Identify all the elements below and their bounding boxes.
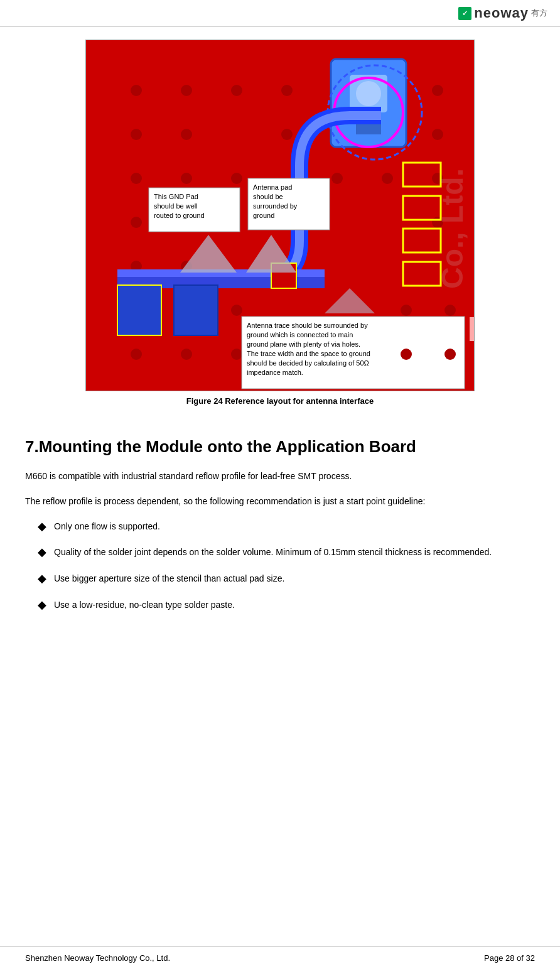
bullet-text-3: Use bigger aperture size of the stencil … xyxy=(54,571,535,587)
svg-point-26 xyxy=(231,305,242,316)
bullet-text-2: Quality of the solder joint depends on t… xyxy=(54,545,535,560)
paragraph-2: The reflow profile is process dependent,… xyxy=(25,494,535,509)
svg-point-18 xyxy=(382,173,393,184)
svg-point-29 xyxy=(231,349,242,360)
logo: ✓ neoway 有方 xyxy=(458,5,547,21)
svg-point-20 xyxy=(131,217,142,228)
svg-point-17 xyxy=(331,173,343,184)
page-footer: Shenzhen Neoway Technology Co., Ltd. Pag… xyxy=(0,946,560,969)
svg-text:routed to ground: routed to ground xyxy=(154,212,205,219)
svg-text:ground  which  is  connected  : ground which is connected to main xyxy=(247,331,353,338)
footer-page: Page 28 of 32 xyxy=(484,953,535,963)
paragraph-1: M660 is compatible with industrial stand… xyxy=(25,469,535,484)
svg-point-72 xyxy=(444,349,456,360)
svg-point-28 xyxy=(181,349,192,360)
logo-check: ✓ xyxy=(458,7,471,20)
main-content: Co., Ltd. This GND Pad should be well ro… xyxy=(0,27,560,637)
svg-text:surrounded by: surrounded by xyxy=(253,202,298,210)
svg-text:should be decided by calculati: should be decided by calculating of 50Ω xyxy=(247,359,369,367)
svg-text:impedance match.: impedance match. xyxy=(247,369,303,376)
svg-rect-48 xyxy=(469,317,475,342)
svg-point-2 xyxy=(181,85,192,96)
logo-brand: neoway xyxy=(474,5,529,21)
svg-text:Antenna   pad: Antenna pad xyxy=(253,183,292,191)
figure-caption: Figure 24 Reference layout for antenna i… xyxy=(186,396,374,406)
svg-point-27 xyxy=(131,349,142,360)
svg-point-1 xyxy=(131,85,142,96)
svg-point-8 xyxy=(131,129,142,140)
svg-rect-43 xyxy=(117,285,161,335)
bullet-item-3: ◆ Use bigger aperture size of the stenci… xyxy=(38,571,535,587)
svg-rect-45 xyxy=(174,285,218,335)
svg-point-33 xyxy=(356,81,381,106)
page-header: ✓ neoway 有方 xyxy=(0,0,560,27)
svg-point-15 xyxy=(181,173,192,184)
circuit-diagram: Co., Ltd. This GND Pad should be well ro… xyxy=(85,40,475,391)
svg-text:ground  plane  with  plenty  o: ground plane with plenty of via holes. xyxy=(247,340,360,348)
bullet-icon-4: ◆ xyxy=(38,598,46,612)
section-title: 7.Mounting the Module onto the Applicati… xyxy=(25,437,535,457)
logo-sub: 有方 xyxy=(531,8,547,19)
svg-point-70 xyxy=(444,305,456,316)
bullet-icon-2: ◆ xyxy=(38,545,46,559)
svg-text:Antenna trace should be surrou: Antenna trace should be surrounded by xyxy=(247,322,368,329)
svg-point-71 xyxy=(401,349,412,360)
bullet-icon-3: ◆ xyxy=(38,571,46,585)
svg-point-9 xyxy=(181,129,192,140)
svg-point-4 xyxy=(281,85,293,96)
svg-text:This  GND  Pad: This GND Pad xyxy=(154,193,198,200)
bullet-item-1: ◆ Only one flow is supported. xyxy=(38,519,535,534)
svg-point-3 xyxy=(231,85,242,96)
svg-point-13 xyxy=(432,129,443,140)
bullet-text-1: Only one flow is supported. xyxy=(54,519,535,534)
svg-text:should      be: should be xyxy=(253,193,283,200)
footer-company: Shenzhen Neoway Technology Co., Ltd. xyxy=(25,953,170,963)
section-title-text: Mounting the Module onto the Application… xyxy=(39,437,416,456)
svg-point-14 xyxy=(131,173,142,184)
bullet-item-2: ◆ Quality of the solder joint depends on… xyxy=(38,545,535,560)
bullet-icon-1: ◆ xyxy=(38,519,46,533)
section-number: 7. xyxy=(25,437,39,456)
bullet-list: ◆ Only one flow is supported. ◆ Quality … xyxy=(38,519,535,613)
bullet-item-4: ◆ Use a low-residue, no-clean type solde… xyxy=(38,598,535,613)
svg-text:Co., Ltd.: Co., Ltd. xyxy=(436,168,469,289)
svg-text:The trace width and the space : The trace width and the space to ground xyxy=(247,350,370,357)
circuit-svg: Co., Ltd. This GND Pad should be well ro… xyxy=(86,40,475,391)
svg-point-69 xyxy=(401,305,412,316)
bullet-text-4: Use a low-residue, no-clean type solder … xyxy=(54,598,535,613)
svg-point-7 xyxy=(432,85,443,96)
svg-text:should  be  well: should be well xyxy=(154,202,198,210)
svg-point-10 xyxy=(281,129,293,140)
figure-container: Co., Ltd. This GND Pad should be well ro… xyxy=(25,40,535,425)
svg-point-16 xyxy=(231,173,242,184)
svg-text:ground: ground xyxy=(253,212,274,219)
